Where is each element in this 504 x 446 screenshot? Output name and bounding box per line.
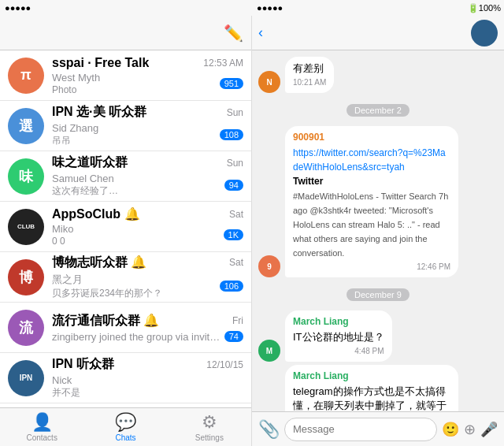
chat-preview: Miko0 0: [52, 223, 220, 247]
attach-button[interactable]: 📎: [258, 419, 280, 440]
chevron-left-icon: ‹: [258, 24, 263, 41]
date-badge: December 2: [346, 104, 410, 117]
chat-preview: 黑之月贝多芬诞辰234年的那个？: [52, 273, 217, 300]
message-input-bar: 📎 🙂 ⊕ 🎤: [252, 411, 504, 446]
message-row: March Liang telegram的操作方式也是不太搞得懂，在聊天列表中删…: [258, 365, 498, 411]
chat-info: sspai · Free Talk 12:53 AM West MythPhot…: [52, 56, 243, 95]
sender-avatar: M: [258, 340, 280, 362]
chat-time: Sat: [229, 209, 243, 220]
sender-avatar: 9: [258, 255, 280, 277]
message-time: 4:48 PM: [293, 346, 384, 357]
emoji-button[interactable]: 🙂: [442, 421, 459, 438]
unread-badge: 951: [220, 78, 243, 89]
back-button[interactable]: ‹: [258, 24, 265, 41]
sender-avatar: N: [258, 71, 280, 93]
message-text: IT公论群的地址是？: [293, 331, 384, 343]
signal-dots-left: ●●●●●: [5, 3, 31, 13]
chat-info: 味之道听众群 Sun Samuel Chen这次有经验了… 94: [52, 154, 243, 198]
battery-icon: 🔋100%: [468, 3, 501, 13]
chat-time: Sat: [229, 257, 243, 268]
group-avatar[interactable]: [471, 20, 498, 46]
chat-name: IPN 选·美 听众群: [52, 104, 146, 121]
sender-name: March Liang: [293, 370, 450, 383]
audio-button[interactable]: 🎤: [480, 421, 498, 438]
chat-time: Fri: [232, 315, 243, 326]
chat-name: 流行通信听众群 🔔: [52, 313, 159, 329]
date-separator: December 9: [258, 287, 498, 301]
chat-info: 博物志听众群 🔔 Sat 黑之月贝多芬诞辰234年的那个？ 106: [52, 255, 243, 300]
avatar: CLUB: [8, 209, 44, 245]
chat-item-taste[interactable]: 味 味之道听众群 Sun Samuel Chen这次有经验了… 94: [0, 151, 251, 202]
message-bubble: March Liang telegram的操作方式也是不太搞得懂，在聊天列表中删…: [285, 365, 458, 411]
chat-info: IPN 选·美 听众群 Sun Sid Zhang吊吊 108: [52, 104, 243, 147]
chat-preview: zingiberry joined the group via invite l…: [52, 331, 221, 343]
chat-name: 味之道听众群: [52, 154, 128, 171]
chat-info: 流行通信听众群 🔔 Fri zingiberry joined the grou…: [52, 313, 243, 343]
chat-info: AppSoClub 🔔 Sat Miko0 0 1K: [52, 206, 243, 247]
chat-preview: West MythPhoto: [52, 72, 217, 95]
chat-time: 12/10/15: [206, 359, 243, 370]
avatar: 流: [8, 310, 44, 346]
message-bubble: March Liang IT公论群的地址是？ 4:48 PM: [285, 310, 392, 362]
sender-name: 900901: [293, 131, 450, 144]
unread-badge: 106: [220, 281, 243, 292]
chat-preview: Nick并不是: [52, 374, 243, 400]
settings-label: Settings: [195, 433, 224, 442]
chat-time: 12:53 AM: [203, 58, 243, 69]
avatar: 博: [8, 259, 44, 295]
message-time: 10:21 AM: [293, 77, 326, 88]
message-bubble: 有差别 10:21 AM: [285, 57, 334, 93]
options-button[interactable]: ⊕: [464, 421, 476, 438]
chat-item-liutong[interactable]: 流 流行通信听众群 🔔 Fri zingiberry joined the gr…: [0, 303, 251, 353]
unread-badge: 1K: [224, 229, 243, 240]
chat-item-appsoclub[interactable]: CLUB AppSoClub 🔔 Sat Miko0 0 1K: [0, 202, 251, 252]
left-nav-bar: ✏️: [0, 16, 251, 50]
chat-preview: Samuel Chen这次有经验了…: [52, 173, 221, 198]
message-row: M March Liang IT公论群的地址是？ 4:48 PM: [258, 310, 498, 362]
tab-settings[interactable]: ⚙ Settings: [168, 408, 251, 446]
link-title: Twitter: [293, 176, 323, 187]
message-time: 12:46 PM: [293, 262, 450, 273]
right-nav-bar: ‹: [252, 16, 504, 50]
chat-name: IPN 听众群: [52, 356, 114, 373]
message-row: 9 900901 https://twitter.com/search?q=%2…: [258, 126, 498, 277]
chat-name: AppSoClub 🔔: [52, 206, 140, 221]
settings-icon: ⚙: [202, 412, 217, 433]
chat-item-bozhi[interactable]: 博 博物志听众群 🔔 Sat 黑之月贝多芬诞辰234年的那个？ 106: [0, 252, 251, 303]
link-desc: #MadeWithHoloLens - Twitter Search 7h ag…: [293, 191, 448, 258]
avatar: 味: [8, 158, 44, 195]
chat-name: 博物志听众群 🔔: [52, 255, 146, 271]
chats-icon: 💬: [115, 412, 136, 433]
tab-contacts[interactable]: 👤 Contacts: [0, 408, 83, 446]
chats-label: Chats: [115, 433, 135, 442]
link-url[interactable]: https://twitter.com/search?q=%23MadeWith…: [293, 147, 446, 173]
unread-badge: 94: [224, 180, 243, 191]
tab-chats[interactable]: 💬 Chats: [83, 408, 167, 446]
date-separator: December 2: [258, 102, 498, 117]
message-row: N 有差别 10:21 AM: [258, 57, 498, 93]
chat-item-ipn-main[interactable]: IPN IPN 听众群 12/10/15 Nick并不是: [0, 353, 251, 403]
compose-button[interactable]: ✏️: [224, 24, 243, 43]
unread-badge: 74: [224, 331, 243, 342]
chat-preview: Sid Zhang吊吊: [52, 122, 217, 147]
chat-name: sspai · Free Talk: [52, 56, 149, 70]
message-bubble: 900901 https://twitter.com/search?q=%23M…: [285, 126, 458, 277]
contacts-icon: 👤: [32, 412, 53, 433]
chat-time: Sun: [227, 107, 243, 118]
message-text: telegram的操作方式也是不太搞得懂，在聊天列表中删掉了，就等于从群里退出了…: [293, 385, 447, 411]
chat-time: Sun: [227, 158, 243, 169]
chat-item-ipn-select[interactable]: 選 IPN 选·美 听众群 Sun Sid Zhang吊吊 108: [0, 101, 251, 151]
message-input[interactable]: [284, 418, 437, 441]
chat-item-sspai[interactable]: π sspai · Free Talk 12:53 AM West MythPh…: [0, 50, 251, 101]
avatar: 選: [8, 108, 44, 144]
chat-list: π sspai · Free Talk 12:53 AM West MythPh…: [0, 50, 251, 407]
signal-dots-right: ●●●●●: [257, 3, 283, 13]
tab-bar: 👤 Contacts 💬 Chats ⚙ Settings: [0, 407, 251, 446]
sender-name: March Liang: [293, 315, 384, 329]
avatar: IPN: [8, 360, 44, 396]
message-text: 有差别: [293, 62, 324, 74]
avatar: π: [8, 58, 44, 94]
messages-area: N 有差别 10:21 AM December 29 900901 https:…: [252, 50, 504, 411]
chat-info: IPN 听众群 12/10/15 Nick并不是: [52, 356, 243, 400]
unread-badge: 108: [220, 129, 243, 140]
